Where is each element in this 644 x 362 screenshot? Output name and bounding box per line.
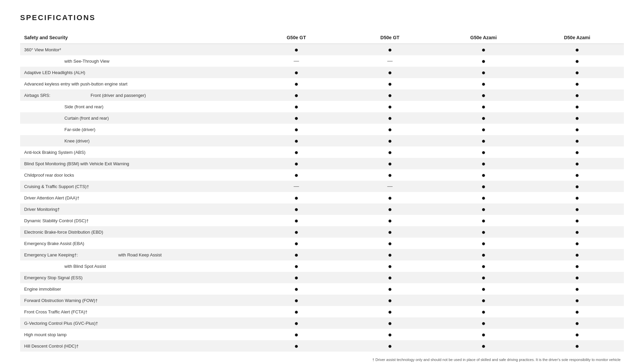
standard-indicator: ● bbox=[294, 228, 298, 236]
feature-cell: Anti-lock Braking System (ABS) bbox=[20, 146, 250, 158]
feature-cell: Cruising & Traffic Support (CTS)† bbox=[20, 181, 250, 192]
value-cell-col4: ● bbox=[530, 181, 624, 192]
standard-indicator: ● bbox=[575, 319, 579, 327]
standard-indicator: ● bbox=[294, 251, 298, 258]
standard-indicator: ● bbox=[294, 217, 298, 224]
standard-indicator: ● bbox=[575, 342, 579, 350]
value-cell-col4: ● bbox=[530, 169, 624, 181]
table-row: Hill Descent Control (HDC)†●●●● bbox=[20, 340, 624, 352]
standard-indicator: ● bbox=[388, 137, 392, 144]
value-cell-col2: ● bbox=[343, 238, 437, 249]
value-cell-col2: ● bbox=[343, 158, 437, 169]
feature-cell: G-Vectoring Control Plus (GVC-Plus)† bbox=[20, 317, 250, 329]
value-cell-col3: ● bbox=[437, 67, 530, 78]
standard-indicator: ● bbox=[294, 69, 298, 76]
feature-cell: Dynamic Stability Control (DSC)† bbox=[20, 215, 250, 226]
value-cell-col2: ● bbox=[343, 306, 437, 317]
page-title: SPECIFICATIONS bbox=[20, 13, 624, 22]
value-cell-col3: ● bbox=[437, 135, 530, 146]
table-row: Airbags SRS:Front (driver and passenger)… bbox=[20, 89, 624, 101]
standard-indicator: ● bbox=[481, 331, 485, 338]
standard-indicator: ● bbox=[481, 183, 485, 190]
standard-indicator: ● bbox=[575, 69, 579, 76]
value-cell-col4: ● bbox=[530, 238, 624, 249]
value-cell-col2: ● bbox=[343, 192, 437, 203]
table-row: Side (front and rear)●●●● bbox=[20, 101, 624, 112]
feature-sub-label: with Road Keep Assist bbox=[78, 252, 161, 257]
value-cell-col1: ● bbox=[250, 192, 343, 203]
feature-cell: Side (front and rear) bbox=[20, 101, 250, 112]
table-row: Emergency Lane Keeping†:with Road Keep A… bbox=[20, 249, 624, 260]
feature-cell: Driver Attention Alert (DAA)† bbox=[20, 192, 250, 203]
standard-indicator: ● bbox=[575, 160, 579, 167]
standard-indicator: ● bbox=[575, 205, 579, 213]
value-cell-col3: ● bbox=[437, 101, 530, 112]
standard-indicator: ● bbox=[481, 205, 485, 213]
standard-indicator: ● bbox=[294, 319, 298, 327]
value-cell-col1: ● bbox=[250, 329, 343, 340]
standard-indicator: ● bbox=[481, 342, 485, 350]
feature-sub-label: Side (front and rear) bbox=[24, 104, 103, 109]
standard-indicator: ● bbox=[388, 160, 392, 167]
table-row: Adaptive LED Headlights (ALH)●●●● bbox=[20, 67, 624, 78]
standard-indicator: ● bbox=[575, 148, 579, 156]
table-row: Blind Spot Monitoring (BSM) with Vehicle… bbox=[20, 158, 624, 169]
standard-indicator: ● bbox=[388, 217, 392, 224]
value-cell-col4: ● bbox=[530, 67, 624, 78]
value-cell-col2: ● bbox=[343, 135, 437, 146]
value-cell-col1: ● bbox=[250, 135, 343, 146]
value-cell-col4: ● bbox=[530, 124, 624, 135]
value-cell-col4: ● bbox=[530, 135, 624, 146]
table-row: High mount stop lamp●●●● bbox=[20, 329, 624, 340]
value-cell-col1: ● bbox=[250, 44, 343, 56]
standard-indicator: ● bbox=[388, 205, 392, 213]
value-cell-col2: ● bbox=[343, 146, 437, 158]
value-cell-col3: ● bbox=[437, 238, 530, 249]
standard-indicator: ● bbox=[481, 240, 485, 247]
feature-main-label: Emergency Lane Keeping†: bbox=[24, 252, 78, 257]
standard-indicator: ● bbox=[294, 285, 298, 293]
value-cell-col2: ● bbox=[343, 169, 437, 181]
value-cell-col2: ● bbox=[343, 215, 437, 226]
value-cell-col2: ● bbox=[343, 67, 437, 78]
standard-indicator: ● bbox=[481, 126, 485, 133]
value-cell-col4: ● bbox=[530, 329, 624, 340]
standard-indicator: ● bbox=[481, 103, 485, 110]
value-cell-col2: ● bbox=[343, 295, 437, 306]
feature-cell: Advanced keyless entry with push-button … bbox=[20, 78, 250, 89]
value-cell-col3: ● bbox=[437, 295, 530, 306]
value-cell-col3: ● bbox=[437, 78, 530, 89]
value-cell-col4: ● bbox=[530, 89, 624, 101]
value-cell-col1: ● bbox=[250, 112, 343, 124]
standard-indicator: ● bbox=[575, 297, 579, 304]
value-cell-col2: ● bbox=[343, 44, 437, 56]
value-cell-col3: ● bbox=[437, 146, 530, 158]
value-cell-col1: ● bbox=[250, 272, 343, 283]
table-row: Driver Monitoring†●●●● bbox=[20, 203, 624, 215]
col-header-feature: Safety and Security bbox=[20, 32, 250, 44]
value-cell-col3: ● bbox=[437, 44, 530, 56]
standard-indicator: ● bbox=[388, 262, 392, 270]
standard-indicator: ● bbox=[294, 342, 298, 350]
value-cell-col4: ● bbox=[530, 283, 624, 295]
value-cell-col3: ● bbox=[437, 169, 530, 181]
value-cell-col4: ● bbox=[530, 249, 624, 260]
value-cell-col2: ● bbox=[343, 272, 437, 283]
standard-indicator: ● bbox=[575, 228, 579, 236]
standard-indicator: ● bbox=[575, 114, 579, 122]
value-cell-col1: ● bbox=[250, 340, 343, 352]
value-cell-col3: ● bbox=[437, 272, 530, 283]
value-cell-col4: ● bbox=[530, 203, 624, 215]
standard-indicator: ● bbox=[575, 240, 579, 247]
standard-indicator: ● bbox=[388, 80, 392, 87]
value-cell-col1: ● bbox=[250, 295, 343, 306]
standard-indicator: ● bbox=[388, 228, 392, 236]
specs-table: Safety and Security G50e GT D50e GT G50e… bbox=[20, 32, 624, 352]
value-cell-col3: ● bbox=[437, 124, 530, 135]
standard-indicator: ● bbox=[294, 92, 298, 99]
value-cell-col4: ● bbox=[530, 146, 624, 158]
standard-indicator: ● bbox=[575, 274, 579, 281]
value-cell-col4: ● bbox=[530, 306, 624, 317]
value-cell-col1: ● bbox=[250, 203, 343, 215]
standard-indicator: ● bbox=[294, 126, 298, 133]
